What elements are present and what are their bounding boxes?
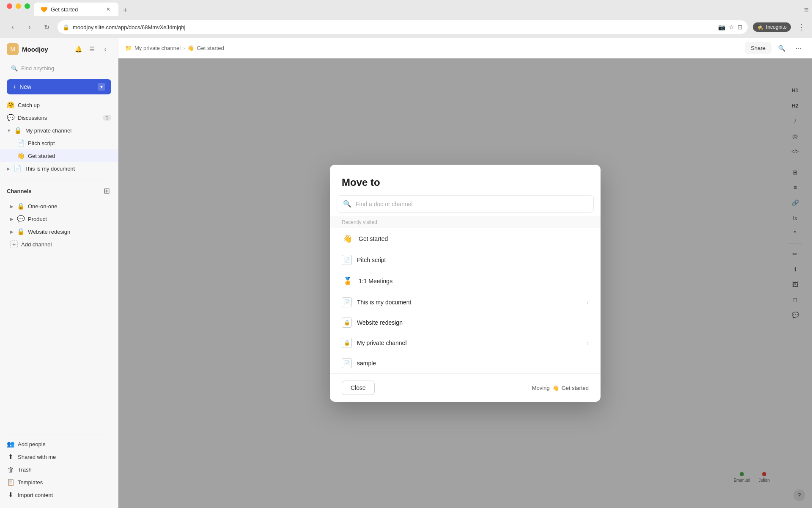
sidebar-item-catch-up[interactable]: 🤗 Catch up [0, 99, 118, 111]
new-dropdown-arrow[interactable]: ▾ [98, 83, 105, 91]
sidebar-item-add-channel[interactable]: + Add channel [0, 238, 118, 251]
modal-item-pitch-script-label: Pitch script [357, 257, 589, 263]
browser-menu-icon[interactable]: ⋮ [798, 22, 805, 32]
breadcrumb-doc: Get started [197, 45, 224, 51]
add-channel-plus-icon: + [10, 240, 18, 248]
sidebar-item-import-content[interactable]: ⬇ Import content [0, 489, 118, 501]
sidebar: M Moodjoy 🔔 ☰ ‹ 🔍 Find anything + New ▾ … [0, 38, 118, 508]
recently-visited-label: Recently visited [330, 216, 601, 228]
minimize-window-btn[interactable] [16, 3, 21, 9]
private-channel-lock-icon-2: 🔒 [342, 338, 352, 348]
breadcrumb-separator: › [183, 45, 185, 51]
shared-icon: ⬆ [7, 453, 14, 461]
incognito-icon: 🕵 [757, 24, 763, 30]
sidebar-item-my-private-channel[interactable]: ▼ 🔒 My private channel [0, 124, 118, 137]
new-tab-btn[interactable]: + [119, 4, 131, 16]
main-area: 📁 My private channel › 👋 Get started Sha… [118, 38, 812, 508]
sidebar-item-one-on-one[interactable]: ▶ 🔒 One-on-one [0, 200, 118, 213]
document-doc-icon: 📄 [342, 297, 352, 307]
add-channel-icon[interactable]: ⊞ [102, 186, 111, 196]
modal-item-website-redesign[interactable]: 🔒 Website redesign [330, 312, 601, 333]
search-bar[interactable]: 🔍 Find anything [7, 63, 111, 74]
modal-search-icon: 🔍 [343, 200, 351, 208]
modal-items-list: 👋 Get started 📄 Pitch script 🏅 1:1 Meeti… [330, 228, 601, 373]
back-btn[interactable]: ‹ [7, 21, 19, 33]
address-bar[interactable]: 🔒 moodjoy.slite.com/app/docs/68MmvXeJ4mj… [58, 20, 748, 34]
sidebar-item-this-is-my-document[interactable]: ▶ 📄 This is my document [0, 162, 118, 175]
sidebar-item-trash[interactable]: 🗑 Trash [0, 463, 118, 476]
one-on-one-icon: 🔒 [17, 202, 25, 210]
browser-tab-active[interactable]: 🧡 Get started ✕ [34, 3, 118, 16]
sidebar-item-discussions[interactable]: 💬 Discussions 1 [0, 111, 118, 124]
modal-title: Move to [342, 177, 589, 188]
sidebar-item-pitch-script[interactable]: 📄 Pitch script [0, 137, 118, 149]
discussions-badge: 1 [103, 115, 111, 121]
sidebar-item-website-redesign[interactable]: ▶ 🔒 Website redesign [0, 225, 118, 238]
channels-label: Channels [7, 188, 102, 194]
modal-search-input[interactable] [356, 201, 587, 207]
modal-item-get-started[interactable]: 👋 Get started [330, 228, 601, 250]
expand-right-icon-2: ▶ [10, 204, 14, 209]
modal-item-sample-label: sample [357, 360, 589, 367]
modal-item-this-is-my-document[interactable]: 📄 This is my document › [330, 292, 601, 312]
search-icon: 🔍 [11, 65, 18, 72]
modal-item-meetings-label: 1:1 Meetings [359, 278, 589, 284]
search-btn[interactable]: 🔍 [775, 41, 788, 55]
workspace-avatar: M [7, 43, 19, 55]
modal-item-11-meetings[interactable]: 🏅 1:1 Meetings [330, 270, 601, 292]
catch-up-icon: 🤗 [7, 101, 14, 109]
website-redesign-label: Website redesign [28, 229, 70, 235]
maximize-window-btn[interactable] [25, 3, 30, 9]
sidebar-item-product[interactable]: ▶ 💬 Product [0, 213, 118, 225]
camera-icon[interactable]: 📷 [718, 24, 725, 30]
modal-item-pitch-script[interactable]: 📄 Pitch script [330, 250, 601, 270]
notifications-btn[interactable]: 🔔 [72, 43, 84, 55]
breadcrumb: 📁 My private channel › 👋 Get started [125, 45, 224, 51]
sidebar-divider-1 [7, 180, 111, 180]
add-people-label: Add people [18, 441, 46, 447]
modal-item-document-label: This is my document [357, 299, 582, 306]
new-button[interactable]: + New ▾ [7, 79, 111, 94]
tab-close-btn[interactable]: ✕ [105, 6, 112, 13]
sidebar-item-shared-with-me[interactable]: ⬆ Shared with me [0, 450, 118, 463]
meetings-emoji-icon: 🏅 [342, 275, 354, 287]
forward-btn[interactable]: › [24, 21, 36, 33]
sidebar-item-add-people[interactable]: 👥 Add people [0, 438, 118, 450]
layout-btn[interactable]: ☰ [86, 43, 98, 55]
more-actions-btn[interactable]: ⋯ [792, 41, 805, 55]
collapse-sidebar-btn[interactable]: ‹ [99, 43, 111, 55]
tab-title: Get started [51, 6, 78, 13]
sidebar-item-get-started[interactable]: 👋 Get started [0, 149, 118, 162]
get-started-label: Get started [28, 153, 55, 159]
breadcrumb-channel-icon: 📁 [125, 45, 132, 51]
pitch-script-icon: 📄 [17, 139, 25, 147]
private-channel-lock-icon: 🔒 [14, 127, 22, 134]
main-content: H1 H2 / @ </> ⊞ ≡ 🔗 fx " ✏ ℹ 🖼 ◻ 💬 Cr [118, 58, 812, 508]
new-label: New [19, 83, 31, 90]
refresh-btn[interactable]: ↻ [41, 21, 52, 33]
close-button[interactable]: Close [342, 381, 375, 395]
incognito-btn[interactable]: 🕵 Incognito [753, 22, 791, 32]
star-icon[interactable]: ☆ [729, 24, 734, 30]
moving-doc-name: Get started [562, 385, 589, 391]
move-to-modal: Move to 🔍 Recently visited 👋 Get started [330, 165, 601, 402]
modal-item-sample[interactable]: 📄 sample [330, 353, 601, 373]
breadcrumb-emoji: 👋 [187, 45, 194, 51]
breadcrumb-channel: My private channel [134, 45, 181, 51]
moving-prefix: Moving [532, 385, 550, 391]
expand-right-icon-4: ▶ [10, 229, 14, 234]
close-window-btn[interactable] [7, 3, 12, 9]
add-people-icon: 👥 [7, 440, 14, 448]
moving-status: Moving 👋 Get started [532, 385, 589, 391]
app-container: M Moodjoy 🔔 ☰ ‹ 🔍 Find anything + New ▾ … [0, 38, 812, 508]
browser-more-btn[interactable]: ≡ [804, 6, 809, 14]
sidebar-item-templates[interactable]: 📋 Templates [0, 476, 118, 489]
url-text: moodjoy.slite.com/app/docs/68MmvXeJ4mjqh… [73, 24, 185, 30]
templates-label: Templates [18, 479, 43, 486]
sample-doc-icon: 📄 [342, 358, 352, 368]
share-button[interactable]: Share [745, 42, 771, 54]
modal-item-my-private-channel[interactable]: 🔒 My private channel › [330, 333, 601, 353]
dock-icon[interactable]: ⊡ [738, 24, 743, 30]
discussions-label: Discussions [18, 115, 47, 121]
trash-icon: 🗑 [7, 466, 14, 473]
